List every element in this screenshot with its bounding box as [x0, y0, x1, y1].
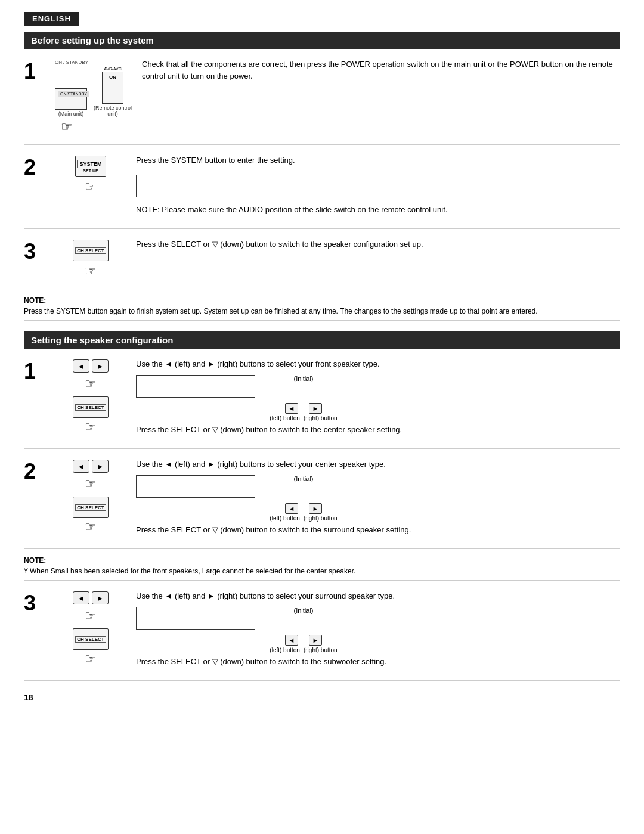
left-btn-3: ◄ [73, 591, 89, 604]
remote-unit-illustration: ON [102, 72, 123, 104]
speaker-step1-small-display-2 [305, 383, 347, 401]
step-number-1: 1 [24, 58, 45, 82]
speaker-note-title: NOTE: [24, 555, 620, 566]
left-btn-2: ◄ [73, 460, 89, 473]
ch-select-illustration: CH SELECT [73, 240, 109, 261]
speaker-step3-initial: (Initial) [293, 607, 313, 614]
ch-select-3: CH SELECT [73, 628, 109, 650]
speaker-step1-icon: ◄ ► ☞ CH SELECT ☞ [55, 358, 126, 435]
setup-note-title: NOTE: [24, 295, 620, 306]
ch-select-2: CH SELECT [73, 497, 109, 518]
setup-section-header: Before setting up the system [24, 32, 620, 49]
main-unit-label: (Main unit) [58, 111, 84, 117]
left-arrow-2: ◄ [285, 503, 298, 514]
step-number-2: 2 [24, 154, 45, 178]
setup-step2-icon: SYSTEM SET UP ☞ [55, 154, 126, 194]
setup-step3-text: Press the SELECT or ▽ (down) button to s… [136, 238, 620, 250]
setup-step1-content: Check that all the components are correc… [142, 58, 620, 85]
speaker-step1-desc1: Use the ◄ (left) and ► (right) buttons t… [136, 358, 620, 370]
speaker-step-number-1: 1 [24, 358, 45, 382]
speaker-step3-desc1: Use the ◄ (left) and ► (right) buttons t… [136, 590, 620, 602]
left-btn-label-2: (left) button [270, 515, 300, 522]
speaker-step2-small-display-2 [305, 483, 347, 501]
setup-step3-content: Press the SELECT or ▽ (down) button to s… [136, 238, 620, 254]
left-arrow-1: ◄ [285, 403, 298, 414]
left-arrow-3: ◄ [285, 635, 298, 646]
left-btn-label-3: (left) button [270, 647, 300, 653]
speaker-step1-main-display [136, 375, 255, 398]
right-btn-label-1: (right) button [304, 415, 338, 421]
speaker-note: NOTE: ¥ When Small has been selected for… [24, 549, 620, 581]
lr-buttons-1: ◄ ► [73, 359, 109, 373]
speaker-step3-icon: ◄ ► ☞ CH SELECT ☞ [55, 590, 126, 666]
speaker-section-header: Setting the speaker configuration [24, 331, 620, 349]
setup-note-text: Press the SYSTEM button again to finish … [24, 306, 620, 317]
speaker-step1-content: Use the ◄ (left) and ► (right) buttons t… [136, 358, 620, 439]
setup-step1-text: Check that all the components are correc… [142, 58, 620, 82]
setup-step2-text: Press the SYSTEM button to enter the set… [136, 154, 620, 166]
speaker-step3-content: Use the ◄ (left) and ► (right) buttons t… [136, 590, 620, 671]
setup-step-1: 1 ON / STANDBY ON/STANDBY (Main unit) AV… [24, 49, 620, 145]
main-unit-illustration: ON/STANDBY [55, 88, 87, 110]
speaker-step3-small-display-1 [260, 615, 302, 633]
step-number-3: 3 [24, 238, 45, 262]
speaker-step2-small-display-1 [260, 483, 302, 501]
speaker-note-text: ¥ When Small has been selected for the f… [24, 566, 620, 576]
right-arrow-1: ► [309, 403, 322, 414]
speaker-step-3: 3 ◄ ► ☞ CH SELECT ☞ Use the ◄ (left) and… [24, 581, 620, 681]
speaker-step-1: 1 ◄ ► ☞ CH SELECT ☞ Use the ◄ (left) and… [24, 349, 620, 449]
speaker-step2-main-display [136, 475, 255, 498]
left-btn-1: ◄ [73, 359, 89, 373]
left-btn-label-1: (left) button [270, 415, 300, 421]
speaker-step2-desc1: Use the ◄ (left) and ► (right) buttons t… [136, 458, 620, 470]
setup-note: NOTE: Press the SYSTEM button again to f… [24, 289, 620, 321]
setup-step2-content: Press the SYSTEM button to enter the set… [136, 154, 620, 219]
speaker-step3-small-display-2 [305, 615, 347, 633]
lr-buttons-3: ◄ ► [73, 591, 109, 604]
speaker-step1-display-row: (Initial) ◄ ► (left) button (right) butt… [136, 375, 620, 421]
lr-buttons-2: ◄ ► [73, 460, 109, 473]
speaker-step2-content: Use the ◄ (left) and ► (right) buttons t… [136, 458, 620, 539]
right-btn-2: ► [92, 460, 109, 473]
speaker-step1-desc2: Press the SELECT or ▽ (down) button to s… [136, 424, 620, 436]
setup-step-3: 3 CH SELECT ☞ Press the SELECT or ▽ (dow… [24, 229, 620, 289]
speaker-step3-main-display [136, 607, 255, 630]
speaker-step2-icon: ◄ ► ☞ CH SELECT ☞ [55, 458, 126, 535]
setup-step1-icon: ON / STANDBY ON/STANDBY (Main unit) AVR/… [55, 58, 132, 135]
system-button-illustration: SYSTEM SET UP [75, 156, 106, 177]
right-btn-3: ► [92, 591, 109, 604]
speaker-step-2: 2 ◄ ► ☞ CH SELECT ☞ Use the ◄ (left) and… [24, 449, 620, 549]
speaker-step2-desc2: Press the SELECT or ▽ (down) button to s… [136, 524, 620, 536]
ch-select-1: CH SELECT [73, 396, 109, 418]
right-btn-1: ► [92, 359, 109, 373]
right-btn-label-3: (right) button [304, 647, 338, 653]
english-tab: ENGLISH [24, 12, 79, 26]
speaker-step3-desc2: Press the SELECT or ▽ (down) button to s… [136, 656, 620, 668]
speaker-step-number-3: 3 [24, 590, 45, 614]
setup-step-2: 2 SYSTEM SET UP ☞ Press the SYSTEM butto… [24, 145, 620, 229]
setup-step3-icon: CH SELECT ☞ [55, 238, 126, 279]
speaker-step1-small-display-1 [260, 383, 302, 401]
remote-unit-label: (Remote control unit) [93, 105, 132, 117]
right-arrow-3: ► [309, 635, 322, 646]
right-btn-label-2: (right) button [304, 515, 338, 522]
setup-step2-note: NOTE: Please make sure the AUDIO positio… [136, 204, 620, 216]
page-number: 18 [24, 693, 620, 702]
speaker-step-number-2: 2 [24, 458, 45, 482]
right-arrow-2: ► [309, 503, 322, 514]
speaker-step1-initial: (Initial) [293, 375, 313, 382]
setup-step2-display [136, 175, 255, 197]
speaker-step2-initial: (Initial) [293, 475, 313, 482]
speaker-step3-display-row: (Initial) ◄ ► (left) button (right) butt… [136, 607, 620, 653]
speaker-step2-display-row: (Initial) ◄ ► (left) button (right) butt… [136, 475, 620, 522]
